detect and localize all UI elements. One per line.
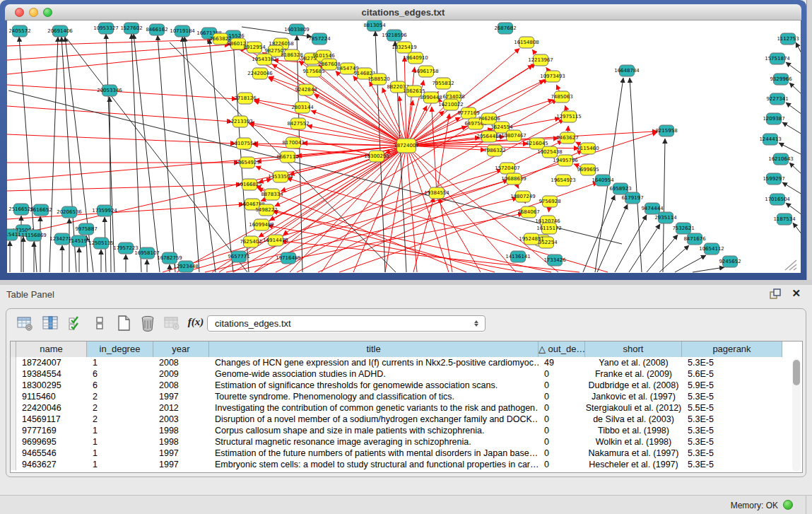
table-cell[interactable]: 1997	[153, 459, 209, 470]
table-cell[interactable]: 0	[539, 414, 585, 425]
graph-edge[interactable]	[440, 198, 452, 272]
table-cell[interactable]: Corpus callosum shape and size in male p…	[209, 425, 539, 436]
graph-edge[interactable]	[314, 94, 406, 146]
table-cell[interactable]: 6	[87, 368, 153, 380]
table-cell[interactable]: 18300295	[16, 380, 87, 391]
graph-edge[interactable]	[311, 110, 406, 146]
table-cell[interactable]: 1997	[153, 391, 209, 402]
graph-edge[interactable]	[659, 245, 689, 272]
graph-edge[interactable]	[786, 103, 801, 115]
table-cell[interactable]: Nakamura et al. (1997)	[585, 448, 682, 459]
column-header-name[interactable]: name	[16, 341, 87, 357]
table-cell[interactable]: 6	[87, 380, 153, 391]
float-panel-icon[interactable]	[770, 288, 781, 300]
table-cell[interactable]: Yano et al. (2008)	[585, 357, 682, 368]
table-cell[interactable]: 18724007	[16, 357, 87, 368]
table-settings-button[interactable]	[15, 315, 35, 333]
table-cell[interactable]: Tourette syndrome. Phenomenology and cla…	[209, 391, 539, 402]
table-cell[interactable]: 2003	[153, 414, 209, 425]
network-view-window[interactable]: citations_edges.txt 18724007240557220691…	[0, 0, 806, 283]
table-cell[interactable]: 2	[87, 402, 153, 414]
graph-edge[interactable]	[782, 122, 801, 134]
row-check-button[interactable]	[66, 315, 86, 333]
table-cell[interactable]: 9465546	[16, 448, 87, 459]
table-cell[interactable]: Franke et al. (2009)	[585, 368, 682, 380]
graph-edge[interactable]	[209, 39, 233, 272]
graph-edge[interactable]	[290, 146, 406, 272]
network-table-selector[interactable]: citations_edges.txt	[207, 315, 486, 332]
graph-edge[interactable]	[782, 182, 801, 194]
graph-edge[interactable]	[7, 106, 232, 122]
window-titlebar[interactable]: citations_edges.txt	[5, 4, 801, 21]
delete-table-button[interactable]	[138, 315, 158, 333]
graph-edge[interactable]	[7, 185, 241, 191]
column-header-title[interactable]: title	[209, 341, 539, 357]
table-cell[interactable]: 2008	[153, 380, 209, 391]
graph-edge[interactable]	[131, 34, 141, 272]
table-cell[interactable]: 1	[87, 425, 153, 436]
table-row[interactable]: 946554611997Estimation of the future num…	[11, 448, 802, 459]
function-builder-button[interactable]: f(x)	[186, 316, 206, 334]
graph-edge[interactable]	[254, 101, 406, 146]
table-cell[interactable]: 1998	[153, 425, 209, 436]
graph-edge[interactable]	[597, 204, 628, 272]
graph-edge[interactable]	[629, 224, 660, 272]
table-cell[interactable]: 0	[539, 448, 585, 459]
table-cell[interactable]: 2009	[153, 368, 209, 380]
new-table-button[interactable]	[114, 315, 134, 333]
citation-network-graph[interactable]: 1872400724055722069140610953327152760284…	[7, 21, 801, 273]
table-cell[interactable]: 22420046	[16, 402, 87, 414]
table-cell[interactable]: 0	[539, 391, 585, 402]
window-resize-grip-icon[interactable]	[782, 258, 798, 271]
table-cell[interactable]: 5.3E-5	[682, 414, 782, 425]
graph-edge[interactable]	[182, 37, 199, 272]
column-header-out_de[interactable]: △ out_de…	[539, 341, 585, 357]
table-cell[interactable]: Investigating the contribution of common…	[209, 402, 539, 414]
table-cell[interactable]: 0	[539, 380, 585, 391]
table-cell[interactable]: 19384554	[16, 368, 87, 380]
table-cell[interactable]: 9115460	[16, 391, 87, 402]
table-cell[interactable]: Estimation of significance thresholds fo…	[209, 380, 539, 391]
table-cell[interactable]: Embryonic stem cells: a model to study s…	[209, 459, 539, 470]
graph-edge[interactable]	[786, 62, 801, 74]
table-header-row[interactable]: namein_degreeyeartitle△ out_de…shortpage…	[11, 341, 802, 357]
table-cell[interactable]: 0	[539, 368, 585, 380]
table-cell[interactable]: Structural magnetic resonance image aver…	[209, 436, 539, 448]
table-cell[interactable]: 5.3E-5	[682, 459, 782, 470]
graph-edge[interactable]	[158, 35, 175, 272]
graph-edge[interactable]	[406, 146, 516, 272]
table-cell[interactable]: Wolkin et al. (1998)	[585, 436, 682, 448]
table-cell[interactable]: 14569117	[16, 414, 87, 425]
table-body[interactable]: 1872400712008Changes of HCN gene express…	[11, 357, 802, 470]
table-cell[interactable]: 5.3E-5	[682, 425, 782, 436]
graph-edge[interactable]	[7, 40, 212, 46]
table-cell[interactable]: Hescheler et al. (1997)	[585, 459, 682, 470]
table-cell[interactable]: 0	[539, 425, 585, 436]
table-cell[interactable]: 1997	[153, 448, 209, 459]
table-row[interactable]: 977716911998Corpus callosum shape and si…	[11, 425, 802, 436]
graph-edge[interactable]	[583, 195, 615, 272]
table-cell[interactable]: 1	[87, 448, 153, 459]
table-cell[interactable]: 1	[87, 357, 153, 368]
table-cell[interactable]: de Silva et al. (2003)	[585, 414, 682, 425]
graph-edge[interactable]	[789, 83, 801, 95]
table-cell[interactable]: 0	[539, 436, 585, 448]
graph-edge[interactable]	[7, 45, 230, 60]
graph-edge[interactable]	[7, 49, 246, 74]
graph-edge[interactable]	[184, 37, 216, 272]
table-cell[interactable]: Dudbridge et al. (2008)	[585, 380, 682, 391]
graph-edge[interactable]	[675, 255, 706, 272]
table-cell[interactable]: 0	[539, 402, 585, 414]
table-cell[interactable]: 2	[87, 414, 153, 425]
column-header-in_degree[interactable]: in_degree	[87, 341, 153, 357]
graph-edge[interactable]	[134, 34, 160, 272]
table-row[interactable]: 2242004622012Investigating the contribut…	[11, 402, 802, 414]
table-row[interactable]: 1938455462009Genome-wide association stu…	[11, 368, 802, 380]
table-cell[interactable]: 2	[87, 391, 153, 402]
select-column-button[interactable]	[40, 315, 60, 333]
table-cell[interactable]: 49	[539, 357, 585, 368]
table-cell[interactable]: 2012	[153, 402, 209, 414]
table-cell[interactable]: 5.3E-5	[682, 436, 782, 448]
table-cell[interactable]: 5.5E-5	[682, 402, 782, 414]
table-row[interactable]: 911546021997Tourette syndrome. Phenomeno…	[11, 391, 802, 402]
